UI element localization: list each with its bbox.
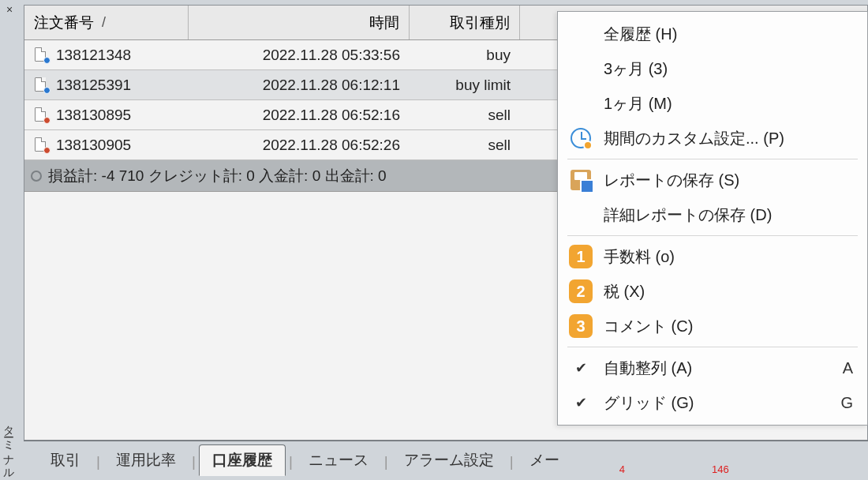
- tab-sep: |: [93, 453, 103, 475]
- summary-icon: [31, 171, 42, 182]
- menu-all-history[interactable]: 全履歴 (H): [561, 17, 864, 51]
- menu-label: レポートの保存 (S): [604, 170, 853, 191]
- col-order-label: 注文番号: [34, 13, 94, 33]
- number-2-icon: 2: [567, 278, 594, 305]
- menu-label: 税 (X): [604, 281, 853, 302]
- order-time: 2022.11.28 06:12:11: [189, 77, 410, 94]
- order-time: 2022.11.28 05:33:56: [189, 47, 410, 64]
- tab-exposure[interactable]: 運用比率: [103, 445, 189, 475]
- order-time: 2022.11.28 06:52:26: [189, 137, 410, 154]
- blank-icon: [567, 90, 594, 117]
- blank-icon: [567, 201, 594, 228]
- menu-label: 自動整列 (A): [604, 358, 833, 379]
- col-time[interactable]: 時間: [189, 6, 410, 39]
- col-time-label: 時間: [369, 13, 399, 33]
- order-time: 2022.11.28 06:52:16: [189, 107, 410, 124]
- sort-indicator-icon: /: [102, 14, 106, 31]
- tab-history[interactable]: 口座履歴: [199, 444, 286, 476]
- col-type-label: 取引種別: [450, 13, 510, 33]
- badge-count: 4: [619, 463, 625, 475]
- order-id: 138125391: [56, 77, 131, 94]
- order-type: buy limit: [410, 77, 520, 94]
- menu-3-months[interactable]: 3ヶ月 (3): [561, 51, 864, 86]
- clock-icon: [567, 125, 594, 152]
- tab-bar: 取引 | 運用比率 | 口座履歴 | ニュース | アラーム設定 | メー 4 …: [24, 441, 868, 475]
- tab-alert[interactable]: アラーム設定: [391, 445, 507, 475]
- terminal-vertical-label: ターミナル: [2, 417, 16, 475]
- check-icon: ✔: [567, 394, 594, 411]
- menu-separator: [567, 235, 858, 236]
- tab-sep: |: [381, 453, 391, 475]
- menu-label: 手数料 (o): [604, 246, 853, 268]
- blank-icon: [567, 21, 594, 47]
- number-3-icon: 3: [567, 313, 594, 339]
- menu-label: コメント (C): [604, 316, 853, 337]
- col-type[interactable]: 取引種別: [410, 6, 520, 39]
- badge-count: 146: [712, 463, 729, 475]
- summary-text: 損益計: -4 710 クレジット計: 0 入金計: 0 出金計: 0: [48, 166, 387, 186]
- menu-tax[interactable]: 2 税 (X): [561, 274, 864, 309]
- menu-auto-arrange[interactable]: ✔ 自動整列 (A) A: [561, 351, 864, 385]
- tab-mail-label: メー: [529, 452, 559, 468]
- menu-fee[interactable]: 1 手数料 (o): [561, 239, 864, 274]
- order-id: 138130895: [56, 107, 131, 124]
- tab-news[interactable]: ニュース: [296, 445, 381, 475]
- order-id: 138130905: [56, 137, 131, 154]
- menu-label: 詳細レポートの保存 (D): [604, 204, 853, 226]
- order-icon: [34, 137, 50, 153]
- menu-separator: [567, 347, 858, 347]
- menu-save-report[interactable]: レポートの保存 (S): [561, 163, 864, 197]
- tab-mail[interactable]: メー: [517, 445, 572, 475]
- menu-custom-range[interactable]: 期間のカスタム設定... (P): [561, 121, 864, 156]
- menu-grid[interactable]: ✔ グリッド (G) G: [561, 385, 864, 420]
- save-icon: [567, 167, 594, 193]
- menu-label: 期間のカスタム設定... (P): [604, 128, 853, 149]
- order-icon: [34, 107, 50, 123]
- order-icon: [34, 47, 50, 63]
- menu-accel: A: [843, 359, 853, 377]
- close-icon[interactable]: ×: [6, 3, 13, 16]
- blank-icon: [567, 55, 594, 82]
- number-1-icon: 1: [567, 243, 594, 270]
- order-type: buy: [410, 47, 520, 64]
- col-order[interactable]: 注文番号 /: [24, 6, 189, 39]
- tab-sep: |: [189, 453, 199, 475]
- menu-save-detailed[interactable]: 詳細レポートの保存 (D): [561, 197, 864, 232]
- tab-sep: |: [286, 453, 296, 475]
- menu-separator: [567, 159, 858, 159]
- menu-1-month[interactable]: 1ヶ月 (M): [561, 86, 864, 121]
- menu-label: 1ヶ月 (M): [604, 93, 853, 114]
- check-icon: ✔: [567, 359, 594, 377]
- order-icon: [34, 77, 50, 93]
- menu-label: 全履歴 (H): [604, 24, 853, 45]
- menu-label: 3ヶ月 (3): [604, 58, 853, 80]
- order-type: sell: [410, 137, 520, 154]
- menu-label: グリッド (G): [604, 392, 831, 414]
- order-id: 138121348: [56, 47, 131, 64]
- menu-comment[interactable]: 3 コメント (C): [561, 309, 864, 343]
- menu-accel: G: [840, 394, 853, 412]
- tab-trade[interactable]: 取引: [38, 445, 93, 475]
- tab-sep: |: [507, 453, 517, 475]
- context-menu: 全履歴 (H) 3ヶ月 (3) 1ヶ月 (M) 期間のカスタム設定... (P)…: [557, 11, 868, 426]
- order-type: sell: [410, 107, 520, 124]
